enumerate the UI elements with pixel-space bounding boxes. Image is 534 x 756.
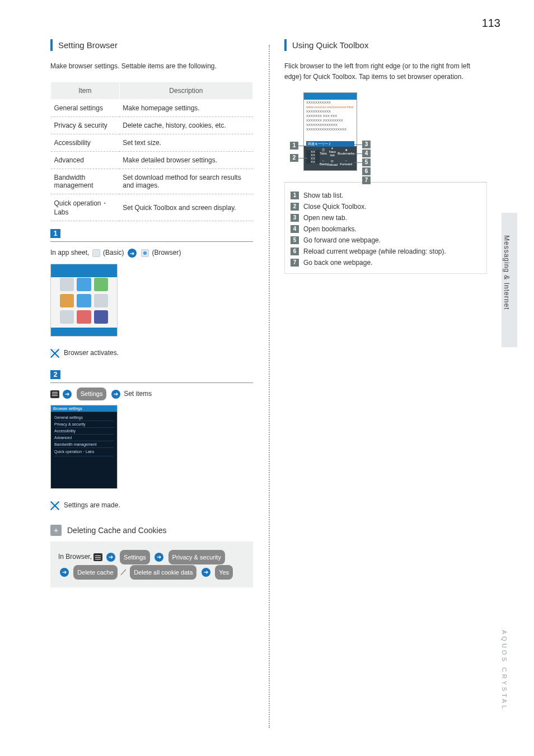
quick-toolbox-figure: XXXXXXXXXXX www.xxxxxxx.xxx/xxxxxxxx.htm…	[291, 92, 369, 171]
step2-text: ➔ Settings ➔ Set items	[50, 388, 253, 400]
settings-screen-header: Browser settings	[51, 405, 117, 412]
globe-icon	[141, 249, 149, 257]
legend-text: Open new tab.	[303, 214, 347, 222]
cell-desc: Set download method for search results a…	[119, 169, 252, 194]
list-item: Accessibility	[54, 428, 114, 435]
legend-num: 6	[291, 248, 299, 255]
subsection-title: Deleting Cache and Cookies	[67, 526, 166, 535]
table-row: Bandwidth managementSet download method …	[51, 169, 253, 194]
legend-text: Show tab list.	[303, 192, 343, 199]
legend-num: 7	[291, 259, 299, 267]
step1-note-text: Browser activates.	[64, 349, 119, 357]
section-heading-left: Setting Browser	[50, 39, 253, 51]
legend-text: Go back one webpage.	[303, 259, 372, 267]
table-row: AccessibilitySet text size.	[51, 134, 253, 152]
right-intro: Flick browser to the left from right edg…	[284, 61, 487, 82]
subsection-heading: + Deleting Cache and Cookies	[50, 525, 253, 536]
legend-row: 7Go back one webpage.	[291, 259, 481, 267]
chip-yes: Yes	[215, 565, 233, 580]
step2-note-text: Settings are made.	[64, 501, 120, 509]
cell-desc: Set text size.	[119, 134, 252, 152]
arrow-icon: ➔	[60, 568, 69, 577]
th-item: Item	[51, 82, 120, 100]
legend-num: 2	[291, 203, 299, 211]
left-column: Setting Browser Make browser settings. S…	[50, 39, 269, 587]
legend-box: 1Show tab list. 2Close Quick Toolbox. 3O…	[284, 182, 487, 274]
cell-item: Accessibility	[51, 134, 120, 152]
step1-pre: In app sheet,	[50, 249, 89, 256]
chip-privacy: Privacy & security	[168, 550, 225, 564]
screenshot-settings: Browser settings General settings Privac…	[50, 405, 118, 489]
arrow-icon: ➔	[106, 553, 115, 562]
legend-text: Open bookmarks.	[303, 225, 357, 233]
legend-row: 3Open new tab.	[291, 214, 481, 222]
right-column: Using Quick Toolbox Flick browser to the…	[269, 39, 487, 587]
callout-delete-cache: In Browser, ➔ Settings ➔ Privacy & secur…	[50, 542, 253, 587]
footer-brand: AQUOS CRYSTAL	[501, 630, 508, 711]
callout-tag-7: 7	[362, 176, 371, 184]
step1-basic: (Basic)	[103, 249, 124, 256]
legend-num: 1	[291, 192, 299, 199]
cell-desc: Delete cache, history, cookies, etc.	[119, 117, 252, 134]
list-item: Advanced	[54, 435, 114, 441]
legend-text: Reload current webpage (while reloading:…	[303, 248, 446, 255]
qt-tablist-icon: ☰Tabs	[320, 148, 327, 155]
screenshot-app-sheet	[50, 264, 118, 337]
result-icon	[50, 349, 59, 358]
callout-tag-1: 1	[290, 142, 298, 150]
step2-note: Settings are made.	[50, 501, 253, 510]
list-item: Bandwidth management	[54, 441, 114, 448]
qt-back-icon: ←Back	[320, 159, 327, 166]
cell-item: Quick operation・Labs	[51, 194, 120, 221]
legend-num: 5	[291, 236, 299, 244]
table-row: General settingsMake homepage settings.	[51, 100, 253, 117]
step2-setitems: Set items	[124, 390, 152, 398]
list-item: General settings	[54, 414, 114, 421]
table-row: AdvancedMake detailed browser settings.	[51, 152, 253, 169]
table-row: Privacy & securityDelete cache, history,…	[51, 117, 253, 134]
slash: ／	[120, 568, 127, 576]
callout-tag-2: 2	[290, 154, 298, 162]
legend-num: 3	[291, 214, 299, 222]
table-row: Quick operation・LabsSet Quick Toolbox an…	[51, 194, 253, 221]
qt-reload-icon: ⟳Reload	[327, 159, 338, 166]
legend-row: 2Close Quick Toolbox.	[291, 203, 481, 211]
cell-item: Bandwidth management	[51, 169, 120, 194]
left-intro: Make browser settings. Settable items ar…	[50, 61, 253, 72]
callout-tag-3: 3	[362, 141, 371, 148]
cell-item: General settings	[51, 100, 120, 117]
side-tab-label: Messaging & Internet	[503, 235, 510, 310]
step1-text: In app sheet, (Basic) ➔ (Browser)	[50, 246, 253, 259]
step-badge-2: 2	[50, 370, 60, 379]
menu-icon	[93, 553, 102, 561]
callout-tag-4: 4	[362, 150, 371, 157]
legend-row: 6Reload current webpage (while reloading…	[291, 248, 481, 255]
legend-text: Go forward one webpage.	[303, 236, 381, 244]
list-item: Quick operation・Labs	[54, 448, 114, 456]
menu-icon	[50, 390, 59, 398]
section-heading-right: Using Quick Toolbox	[284, 39, 487, 51]
step-rule	[50, 382, 253, 383]
quick-toolbox-screenshot: XXXXXXXXXXX www.xxxxxxx.xxx/xxxxxxxx.htm…	[303, 92, 357, 171]
cell-desc: Set Quick Toolbox and screen display.	[119, 194, 252, 221]
list-item: Privacy & security	[54, 421, 114, 428]
cell-desc: Make detailed browser settings.	[119, 152, 252, 169]
apps-icon	[92, 249, 100, 257]
chip-delete-cache: Delete cache	[73, 565, 117, 580]
column-divider	[269, 45, 270, 728]
qt-sidepanel: XXXXXXXX	[306, 150, 320, 164]
cell-item: Advanced	[51, 152, 120, 169]
arrow-icon: ➔	[63, 390, 72, 399]
qt-newtab-icon: ✦New tab	[327, 146, 338, 157]
legend-num: 4	[291, 225, 299, 233]
qt-forward-icon: →Forward	[338, 159, 354, 166]
arrow-icon: ➔	[111, 390, 120, 399]
qt-bookmark-icon: ★Bookmarks	[338, 148, 354, 155]
chip-delete-cookie: Delete all cookie data	[130, 565, 196, 580]
chip-settings: Settings	[120, 550, 150, 564]
settings-table: Item Description General settingsMake ho…	[50, 82, 253, 221]
step1-note: Browser activates.	[50, 349, 253, 358]
step-rule	[50, 241, 253, 242]
arrow-icon: ➔	[202, 568, 210, 577]
callout-pre: In Browser,	[58, 553, 92, 561]
